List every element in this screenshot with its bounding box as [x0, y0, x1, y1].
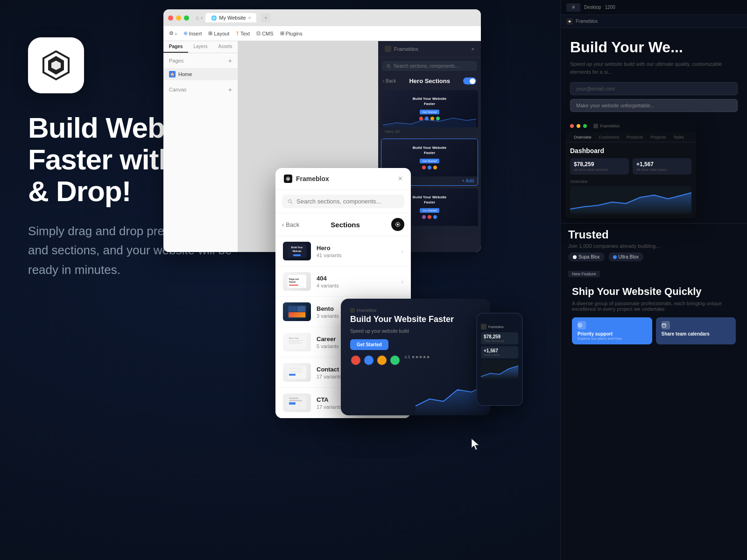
tab-label: My Website — [219, 15, 246, 21]
rp-email-input[interactable]: your@email.com — [570, 82, 738, 95]
right-preview-panel: 🖥 Desktop 1200 Frameblox Build Your We..… — [560, 0, 747, 560]
desktop-icon: 🖥 — [566, 3, 580, 12]
mini-nav-customers[interactable]: Customers — [595, 133, 623, 142]
phone-logo-text: Frameblox — [488, 325, 504, 329]
browser-tab[interactable]: 🌐 My Website × — [205, 13, 256, 22]
tab-assets[interactable]: Assets — [213, 41, 238, 53]
phone-stat-2: +1,567 New Users — [481, 346, 518, 358]
add-page-button[interactable]: + — [228, 57, 232, 64]
mini-chart — [570, 186, 691, 214]
cursor-icon — [470, 438, 481, 453]
back-button[interactable]: ‹ Back — [383, 78, 396, 84]
svg-point-5 — [397, 224, 399, 225]
home-icon: 🏠 — [169, 71, 176, 77]
tab-close-icon[interactable]: × — [248, 15, 251, 21]
phone-content: Frameblox $78,259 Total Revenue +1,567 N… — [477, 322, 522, 381]
priority-support-icon — [578, 321, 586, 329]
add-canvas-button[interactable]: + — [228, 86, 232, 93]
cta-thumbnail — [283, 393, 311, 412]
toolbar-insert[interactable]: ⊕ Insert — [183, 30, 202, 36]
tablet-cta-button[interactable]: Get Started — [350, 339, 388, 350]
phone-logo: Frameblox — [481, 324, 518, 329]
priority-support-button[interactable]: Priority support Explore our plans and h… — [572, 317, 652, 344]
editor-toolbar: ⚙ › ⊕ Insert ⊞ Layout T Text ⊡ CMS ⊞ Plu… — [163, 26, 481, 41]
new-tab-button[interactable]: + — [261, 13, 270, 22]
minimize-traffic-light[interactable] — [176, 15, 181, 21]
frameblox-brand-label: Frameblox — [394, 46, 418, 52]
add-hero-21-button[interactable]: + Add — [462, 178, 474, 183]
new-feature-badge: New Feature — [568, 271, 600, 277]
404-section-info: 404 4 variants — [317, 275, 395, 288]
logo-container — [28, 37, 84, 93]
toolbar-settings[interactable]: ⚙ › — [169, 30, 177, 36]
search-wrapper — [282, 195, 404, 208]
phone-mockup: Frameblox $78,259 Total Revenue +1,567 N… — [476, 313, 523, 406]
frameblox-small-icon — [385, 46, 391, 52]
frameblox-logo-icon — [40, 49, 72, 82]
sections-search-input[interactable] — [296, 198, 399, 205]
toggle-switch[interactable] — [463, 77, 476, 84]
rp-subtitle: Speed up your website build with our ult… — [570, 60, 738, 76]
mini-nav-overview[interactable]: Overview — [570, 133, 595, 142]
list-item[interactable]: Build Your Website Hero 41 variants › — [275, 236, 411, 266]
toolbar-cms[interactable]: ⊡ CMS — [256, 30, 273, 36]
rp-url-input[interactable]: Make your website unforgettable... — [570, 99, 738, 112]
preview-avatars-3 — [413, 215, 446, 219]
tablet-logo-row: Frameblox — [350, 308, 481, 313]
share-calendars-button[interactable]: Share team calendars — [656, 317, 736, 344]
svg-line-1 — [389, 67, 390, 68]
tablet-mockup: Frameblox Build Your Website Faster Spee… — [341, 299, 490, 415]
toolbar-text[interactable]: T Text — [236, 31, 250, 36]
frameblox-rp-label: Frameblox — [576, 19, 598, 24]
contact-thumbnail — [283, 363, 311, 382]
dashboard-stats: $78,259 All time total amount +1,567 All… — [570, 158, 691, 175]
phone-revenue-label: Total Revenue — [484, 339, 515, 343]
sections-back-button[interactable]: ‹ Back — [282, 221, 299, 228]
close-traffic-light[interactable] — [168, 15, 173, 21]
trusted-section: Trusted Join 1,000 companies already bui… — [561, 223, 747, 266]
assets-header: Frameblox × — [378, 41, 481, 57]
svg-point-3 — [288, 199, 291, 202]
ship-buttons: Priority support Explore our plans and h… — [572, 317, 736, 344]
sections-nav-title: Sections — [303, 221, 388, 229]
panel-logo-icon — [284, 175, 292, 183]
rp-hero-content: Build Your We... Speed up your website b… — [561, 28, 747, 119]
maximize-traffic-light[interactable] — [184, 15, 189, 21]
bento-thumbnail — [283, 302, 311, 321]
mini-close-light — [570, 124, 574, 128]
ship-section: Ship Your Website Quickly A diverse grou… — [561, 280, 747, 350]
sections-settings-button[interactable] — [391, 218, 404, 231]
mini-logo: Frameblox — [593, 124, 620, 128]
priority-support-label: Priority support — [578, 331, 647, 336]
hero-section-info: Hero 41 variants — [317, 245, 395, 258]
404-name: 404 — [317, 275, 395, 282]
mini-dashboard-content: Dashboard $78,259 All time total amount … — [565, 142, 696, 218]
assets-search-input[interactable] — [394, 63, 472, 69]
pages-label: Pages — [169, 58, 183, 63]
mini-nav-tasks[interactable]: Tasks — [669, 133, 688, 142]
list-item[interactable]: Page not found 404 4 variants › — [275, 266, 411, 297]
mini-nav-products[interactable]: Products — [623, 133, 647, 142]
toolbar-layout[interactable]: ⊞ Layout — [208, 30, 229, 36]
hero-20-card: Build Your WebsiteFaster Get Started — [381, 90, 478, 136]
priority-support-sub: Explore our plans and how — [578, 336, 647, 341]
overview-label: Overview — [570, 179, 691, 184]
panel-close-button[interactable]: × — [398, 175, 402, 183]
nav-icons: ⌂ ‹ — [196, 14, 203, 21]
mini-logo-text: Frameblox — [600, 124, 620, 128]
tablet-content: Frameblox Build Your Website Faster Spee… — [341, 299, 490, 375]
close-panel-button[interactable]: × — [472, 46, 474, 52]
tablet-title: Build Your Website Faster — [350, 315, 481, 325]
tablet-logo-icon — [350, 308, 355, 313]
mini-nav-projects[interactable]: Projects — [647, 133, 670, 142]
tab-pages[interactable]: Pages — [163, 41, 188, 53]
404-thumbnail: Page not found — [283, 272, 311, 291]
tab-layers[interactable]: Layers — [188, 41, 213, 53]
share-calendars-label: Share team calendars — [662, 331, 731, 336]
home-page-item[interactable]: 🏠 Home — [163, 68, 238, 80]
revenue-value: $78,259 — [574, 161, 625, 168]
tablet-avatars: 4.5 ★★★★★ — [350, 355, 481, 366]
toolbar-plugins[interactable]: ⊞ Plugins — [280, 30, 303, 36]
svg-point-9 — [579, 325, 581, 326]
avatar-3 — [376, 355, 388, 366]
